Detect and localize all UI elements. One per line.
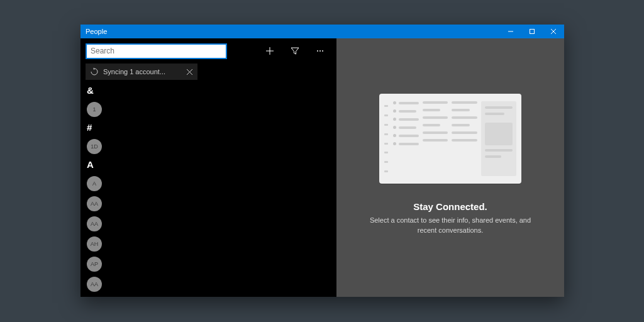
- maximize-button[interactable]: [521, 25, 543, 38]
- avatar: A: [87, 176, 102, 191]
- section-header[interactable]: #: [83, 119, 334, 136]
- filter-button[interactable]: [282, 42, 308, 60]
- avatar: AH: [87, 236, 102, 252]
- contact-item[interactable]: AH: [83, 234, 334, 254]
- minimize-icon: [508, 28, 514, 35]
- contact-list[interactable]: &1#1DAAAAAAAHAPAA: [80, 82, 336, 297]
- minimize-button[interactable]: [500, 25, 521, 38]
- svg-point-7: [317, 50, 318, 52]
- filter-icon: [291, 47, 299, 55]
- empty-state-title: Stay Connected.: [369, 201, 532, 212]
- avatar: 1: [87, 102, 102, 117]
- detail-pane: Stay Connected. Select a contact to see …: [336, 38, 564, 297]
- contact-item[interactable]: 1D: [83, 136, 334, 157]
- section-header[interactable]: A: [83, 157, 334, 174]
- contact-item[interactable]: AA: [83, 194, 334, 214]
- ellipsis-icon: [316, 47, 325, 55]
- more-button[interactable]: [308, 42, 333, 60]
- sync-status-text: Syncing 1 account...: [103, 68, 187, 75]
- contact-item[interactable]: AA: [83, 214, 334, 234]
- avatar: AA: [87, 216, 102, 231]
- avatar: AA: [87, 196, 102, 211]
- empty-state-illustration: [379, 94, 521, 184]
- toolbar: [80, 38, 336, 64]
- contact-list-pane: Syncing 1 account... &1#1DAAAAAAAHAPAA: [80, 38, 336, 297]
- title-bar[interactable]: People: [80, 25, 564, 38]
- sync-status-close-button[interactable]: [187, 69, 192, 75]
- svg-point-8: [319, 50, 321, 52]
- section-header[interactable]: &: [83, 82, 334, 99]
- avatar: 1D: [87, 139, 102, 154]
- svg-marker-6: [291, 48, 299, 54]
- plus-icon: [265, 47, 274, 55]
- contact-item[interactable]: 1: [83, 99, 334, 119]
- add-contact-button[interactable]: [257, 42, 282, 60]
- contact-item[interactable]: A: [83, 174, 334, 194]
- sync-status-chip: Syncing 1 account...: [86, 64, 197, 80]
- maximize-icon: [529, 28, 535, 35]
- close-icon: [550, 28, 557, 35]
- contact-item[interactable]: AA: [83, 274, 334, 294]
- close-icon: [187, 69, 192, 75]
- close-button[interactable]: [543, 25, 564, 38]
- svg-point-9: [322, 50, 323, 52]
- contact-item[interactable]: AP: [83, 254, 334, 274]
- search-input[interactable]: [86, 43, 227, 59]
- empty-state-subtitle: Select a contact to see their info, shar…: [369, 216, 532, 235]
- avatar: AA: [87, 277, 102, 292]
- avatar: AP: [87, 257, 102, 272]
- svg-rect-1: [530, 30, 535, 34]
- app-window: People: [80, 25, 564, 297]
- sync-icon: [91, 68, 98, 75]
- empty-state: Stay Connected. Select a contact to see …: [369, 94, 532, 242]
- window-title: People: [80, 28, 107, 35]
